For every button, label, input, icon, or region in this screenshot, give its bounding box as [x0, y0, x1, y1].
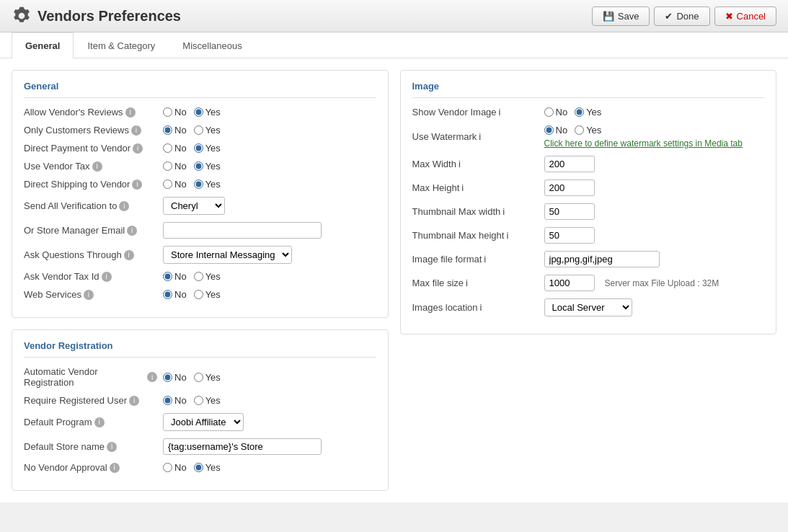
- thumbnail-max-width-label: Thumbnail Max width i: [412, 206, 539, 217]
- direct-shipping-yes[interactable]: Yes: [194, 179, 221, 190]
- general-section: General Allow Vendor's Reviews i No Yes: [12, 70, 389, 318]
- allow-vendors-reviews-no[interactable]: No: [163, 107, 187, 118]
- thumbnail-max-width-row: Thumbnail Max width i: [412, 203, 765, 220]
- allow-vendors-reviews-info-icon[interactable]: i: [125, 107, 136, 118]
- send-verification-info-icon[interactable]: i: [119, 201, 129, 211]
- require-registered-row: Require Registered User i No Yes: [24, 395, 376, 406]
- only-customers-reviews-no[interactable]: No: [163, 125, 187, 136]
- tab-miscellaneous[interactable]: Miscellaneous: [169, 32, 255, 58]
- direct-payment-info-icon[interactable]: i: [133, 143, 143, 154]
- store-manager-email-input[interactable]: [163, 222, 322, 239]
- no-vendor-approval-no[interactable]: No: [163, 462, 187, 473]
- use-vendor-tax-info-icon[interactable]: i: [92, 161, 102, 172]
- image-file-format-info-icon[interactable]: i: [484, 254, 486, 265]
- no-vendor-approval-info-icon[interactable]: i: [110, 463, 120, 473]
- no-vendor-approval-row: No Vendor Approval i No Yes: [24, 462, 376, 473]
- ask-vendor-tax-yes[interactable]: Yes: [194, 271, 221, 282]
- direct-shipping-info-icon[interactable]: i: [132, 179, 142, 190]
- show-vendor-image-label: Show Vendor Image i: [412, 107, 539, 118]
- direct-shipping-no[interactable]: No: [163, 179, 187, 190]
- image-file-format-input[interactable]: [544, 251, 660, 267]
- watermark-link[interactable]: Click here to define watermark settings …: [544, 138, 743, 148]
- direct-shipping-label: Direct Shipping to Vendor i: [24, 179, 157, 190]
- auto-registration-yes[interactable]: Yes: [194, 372, 221, 383]
- direct-payment-radio: No Yes: [163, 143, 221, 154]
- use-vendor-tax-row: Use Vendor Tax i No Yes: [24, 161, 376, 172]
- allow-vendors-reviews-radio: No Yes: [163, 107, 221, 118]
- max-width-input[interactable]: [544, 156, 595, 172]
- save-button[interactable]: 💾 Save: [592, 6, 650, 26]
- thumbnail-max-width-info-icon[interactable]: i: [503, 206, 505, 217]
- require-registered-info-icon[interactable]: i: [129, 396, 139, 406]
- allow-vendors-reviews-row: Allow Vendor's Reviews i No Yes: [24, 107, 376, 118]
- allow-vendors-reviews-yes[interactable]: Yes: [194, 107, 221, 118]
- vendor-registration-title: Vendor Registration: [24, 340, 376, 358]
- default-store-input[interactable]: [163, 438, 322, 455]
- no-vendor-approval-yes[interactable]: Yes: [194, 462, 221, 473]
- use-watermark-yes[interactable]: Yes: [575, 125, 601, 136]
- max-width-info-icon[interactable]: i: [459, 159, 461, 169]
- max-file-size-row: Max file size i Server max File Upload :…: [412, 275, 765, 291]
- ask-vendor-tax-no[interactable]: No: [163, 271, 187, 282]
- save-icon: 💾: [603, 11, 614, 22]
- max-height-input[interactable]: [544, 179, 595, 196]
- thumbnail-max-height-label: Thumbnail Max height i: [412, 230, 539, 241]
- store-manager-email-label: Or Store Manager Email i: [24, 225, 157, 236]
- tab-general[interactable]: General: [12, 32, 74, 58]
- show-vendor-image-no[interactable]: No: [544, 107, 568, 118]
- only-customers-reviews-info-icon[interactable]: i: [131, 125, 141, 136]
- default-store-label: Default Store name i: [24, 441, 157, 452]
- ask-vendor-tax-radio: No Yes: [163, 271, 221, 282]
- ask-vendor-tax-info-icon[interactable]: i: [102, 272, 112, 282]
- use-vendor-tax-yes[interactable]: Yes: [194, 161, 221, 172]
- direct-payment-yes[interactable]: Yes: [194, 143, 221, 154]
- max-height-info-icon[interactable]: i: [461, 182, 464, 193]
- default-program-info-icon[interactable]: i: [94, 417, 105, 427]
- use-watermark-no[interactable]: No: [544, 125, 568, 136]
- main-content: General Allow Vendor's Reviews i No Yes: [0, 58, 788, 502]
- max-file-size-info-icon[interactable]: i: [466, 278, 468, 288]
- done-button[interactable]: ✔ Done: [654, 6, 709, 26]
- tab-item-category[interactable]: Item & Category: [74, 32, 169, 58]
- thumbnail-max-height-input[interactable]: [544, 227, 595, 244]
- show-vendor-image-yes[interactable]: Yes: [575, 107, 601, 118]
- web-services-no[interactable]: No: [163, 289, 187, 300]
- header-buttons: 💾 Save ✔ Done ✖ Cancel: [592, 6, 776, 26]
- direct-payment-no[interactable]: No: [163, 143, 187, 154]
- image-file-format-row: Image file format i: [412, 251, 765, 267]
- default-store-info-icon[interactable]: i: [107, 442, 117, 452]
- only-customers-reviews-label: Only Customers Reviews i: [24, 125, 157, 136]
- images-location-select[interactable]: Local Server Remote Server CDN: [544, 298, 632, 316]
- ask-questions-info-icon[interactable]: i: [124, 250, 134, 260]
- thumbnail-max-width-input[interactable]: [544, 203, 595, 220]
- cancel-button[interactable]: ✖ Cancel: [714, 6, 776, 26]
- web-services-info-icon[interactable]: i: [84, 290, 94, 300]
- store-manager-email-info-icon[interactable]: i: [127, 226, 137, 236]
- use-vendor-tax-radio: No Yes: [163, 161, 221, 172]
- images-location-info-icon[interactable]: i: [480, 302, 482, 313]
- web-services-label: Web Services i: [24, 289, 157, 300]
- max-width-row: Max Width i: [412, 156, 765, 172]
- use-vendor-tax-no[interactable]: No: [163, 161, 187, 172]
- web-services-yes[interactable]: Yes: [194, 289, 221, 300]
- done-icon: ✔: [665, 11, 673, 22]
- ask-questions-label: Ask Questions Through i: [24, 249, 157, 260]
- direct-shipping-row: Direct Shipping to Vendor i No Yes: [24, 179, 376, 190]
- ask-questions-select[interactable]: Store Internal Messaging Email Phone: [163, 246, 292, 264]
- auto-registration-info-icon[interactable]: i: [147, 372, 157, 382]
- direct-payment-label: Direct Payment to Vendor i: [24, 143, 157, 154]
- image-section-title: Image: [412, 81, 765, 98]
- send-verification-select[interactable]: Cheryl Admin Manager: [163, 197, 225, 215]
- require-registered-no[interactable]: No: [163, 395, 187, 406]
- show-vendor-image-info-icon[interactable]: i: [499, 107, 501, 118]
- default-program-select[interactable]: Joobi Affiliate Standard Premium: [163, 413, 244, 431]
- max-file-size-input[interactable]: [544, 275, 595, 291]
- only-customers-reviews-yes[interactable]: Yes: [194, 125, 221, 136]
- ask-vendor-tax-row: Ask Vendor Tax Id i No Yes: [24, 271, 376, 282]
- require-registered-yes[interactable]: Yes: [194, 395, 221, 406]
- use-watermark-info-icon[interactable]: i: [479, 131, 481, 142]
- thumbnail-max-height-info-icon[interactable]: i: [506, 230, 508, 241]
- auto-registration-no[interactable]: No: [163, 372, 187, 383]
- max-width-label: Max Width i: [412, 159, 539, 169]
- max-height-label: Max Height i: [412, 182, 539, 193]
